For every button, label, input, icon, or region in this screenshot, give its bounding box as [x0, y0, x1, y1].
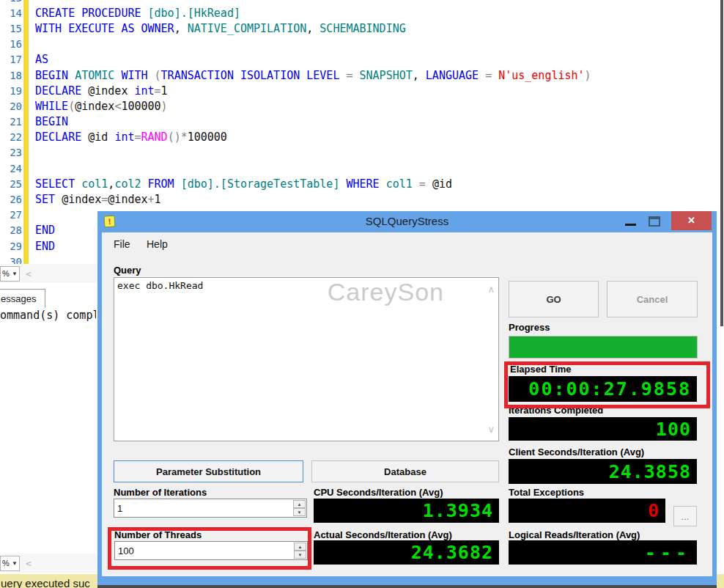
- code-text: SELECT col1,col2 FROM [dbo].[StorageTest…: [35, 177, 452, 191]
- code-line: 14CREATE PROCEDURE [dbo].[HkRead]: [0, 5, 724, 21]
- menu-file[interactable]: File: [114, 238, 130, 250]
- change-tracking-bar: [23, 191, 29, 207]
- change-tracking-bar: [23, 0, 29, 5]
- number-of-iterations-stepper[interactable]: 1 ▲ ▼: [114, 499, 307, 518]
- messages-pane-text: ommand(s) comple: [0, 309, 96, 323]
- change-tracking-bar: [23, 161, 29, 176]
- zoom-level-dropdown[interactable]: % ▼: [0, 266, 20, 282]
- change-tracking-bar: [23, 37, 29, 52]
- line-number: 28: [0, 224, 22, 236]
- tab-messages-label: essages: [1, 293, 36, 304]
- code-line: 24: [0, 161, 724, 176]
- minimize-button[interactable]: [625, 224, 636, 226]
- chevron-down-icon: ▼: [12, 560, 18, 567]
- query-textarea[interactable]: exec dbo.HkRead CareySon ∧ ∨: [114, 277, 499, 441]
- line-number: 21: [0, 116, 22, 128]
- scroll-left-icon[interactable]: <: [26, 558, 32, 569]
- scroll-down-icon[interactable]: ∨: [487, 424, 495, 435]
- code-text: END: [35, 240, 55, 253]
- line-number: 13: [0, 0, 22, 4]
- progress-bar: [509, 336, 698, 359]
- scroll-left-icon[interactable]: <: [26, 268, 32, 279]
- total-exceptions-label: Total Exceptions: [509, 487, 584, 498]
- scroll-up-icon[interactable]: ∧: [487, 284, 495, 295]
- change-tracking-bar: [23, 21, 29, 36]
- code-text: END: [35, 224, 55, 237]
- number-of-threads-stepper[interactable]: 100 ▲ ▼: [114, 541, 308, 560]
- status-message: uery executed suc: [1, 577, 90, 588]
- window-shadow: [97, 585, 717, 588]
- menu-bar: File Help: [102, 232, 712, 254]
- maximize-button[interactable]: [649, 216, 660, 227]
- cpu-seconds-label: CPU Seconds/Iteration (Avg): [314, 487, 443, 498]
- change-tracking-bar: [23, 67, 29, 83]
- progress-fill: [509, 337, 697, 358]
- iterations-value: 1: [117, 503, 122, 514]
- results-zoom-bar: % ▼ <: [0, 554, 97, 573]
- number-of-iterations-label: Number of Iterations: [114, 487, 207, 498]
- code-line: 17AS: [0, 52, 724, 67]
- code-line: 18BEGIN ATOMIC WITH (TRANSACTION ISOLATI…: [0, 67, 724, 83]
- change-tracking-bar: [23, 130, 29, 145]
- line-number: 20: [0, 100, 22, 112]
- line-number: 18: [0, 70, 22, 81]
- code-line: 26SET @index=@index+1: [0, 191, 724, 207]
- number-of-threads-label: Number of Threads: [114, 529, 202, 540]
- line-number: 19: [0, 85, 22, 97]
- code-line: 21BEGIN: [0, 114, 724, 130]
- change-tracking-bar: [23, 223, 29, 238]
- code-text: DECLARE @id int=RAND()*100000: [35, 131, 227, 144]
- code-line: 19DECLARE @index int=1: [0, 83, 724, 98]
- client-seconds-label: Client Seconds/Iteration (Avg): [509, 446, 644, 457]
- cpu-seconds-display: 1.3934: [314, 499, 499, 523]
- chevron-down-icon: ▼: [12, 271, 18, 277]
- line-number: 24: [0, 163, 22, 174]
- code-text: AS: [35, 53, 48, 66]
- zoom-level-value: %: [2, 269, 10, 278]
- sqlquerystress-window: ! SQLQueryStress ✕ File Help Query exec …: [97, 211, 717, 585]
- query-label: Query: [114, 265, 141, 276]
- line-number: 14: [0, 7, 22, 19]
- line-number: 26: [0, 194, 22, 205]
- dialog-client-area: File Help Query exec dbo.HkRead CareySon…: [102, 232, 712, 576]
- spin-down-icon[interactable]: ▼: [294, 551, 306, 559]
- window-title: SQLQueryStress: [97, 215, 717, 227]
- code-line: 20WHILE(@index<100000): [0, 98, 724, 114]
- logical-reads-display: ---: [509, 540, 697, 565]
- watermark: CareySon: [328, 278, 444, 306]
- logical-reads-label: Logical Reads/Iteration (Avg): [509, 529, 640, 540]
- change-tracking-bar: [23, 238, 29, 254]
- spin-down-icon[interactable]: ▼: [293, 508, 306, 516]
- code-line: 16: [0, 37, 724, 52]
- change-tracking-bar: [23, 83, 29, 98]
- database-button[interactable]: Database: [311, 460, 499, 482]
- change-tracking-bar: [23, 52, 29, 67]
- spin-up-icon[interactable]: ▲: [293, 500, 306, 508]
- menu-help[interactable]: Help: [147, 238, 168, 250]
- code-text: BEGIN: [35, 115, 68, 128]
- code-line: 13: [0, 0, 724, 5]
- line-number: 23: [0, 147, 22, 158]
- exceptions-detail-button[interactable]: ...: [673, 506, 697, 526]
- change-tracking-bar: [23, 207, 29, 223]
- code-text: WITH EXECUTE AS OWNER, NATIVE_COMPILATIO…: [35, 22, 406, 35]
- results-zoom-dropdown[interactable]: % ▼: [0, 556, 20, 571]
- change-tracking-bar: [23, 5, 29, 21]
- cancel-button[interactable]: Cancel: [607, 281, 698, 317]
- go-button[interactable]: GO: [509, 281, 599, 317]
- actual-seconds-label: Actual Seconds/Iteration (Avg): [314, 529, 452, 540]
- code-text: CREATE PROCEDURE [dbo].[HkRead]: [35, 7, 240, 20]
- code-text: WHILE(@index<100000): [35, 100, 168, 113]
- client-seconds-display: 24.3858: [509, 459, 697, 484]
- change-tracking-bar: [23, 145, 29, 161]
- titlebar[interactable]: ! SQLQueryStress ✕: [97, 211, 717, 232]
- iterations-completed-label: Iterations Completed: [509, 405, 603, 416]
- line-number: 29: [0, 240, 22, 252]
- parameter-substitution-button[interactable]: Parameter Substitution: [114, 460, 303, 482]
- spin-up-icon[interactable]: ▲: [294, 543, 306, 551]
- change-tracking-bar: [23, 176, 29, 191]
- tab-messages[interactable]: essages: [0, 289, 45, 308]
- line-number: 25: [0, 178, 22, 190]
- progress-label: Progress: [509, 322, 550, 333]
- close-button[interactable]: ✕: [671, 211, 712, 230]
